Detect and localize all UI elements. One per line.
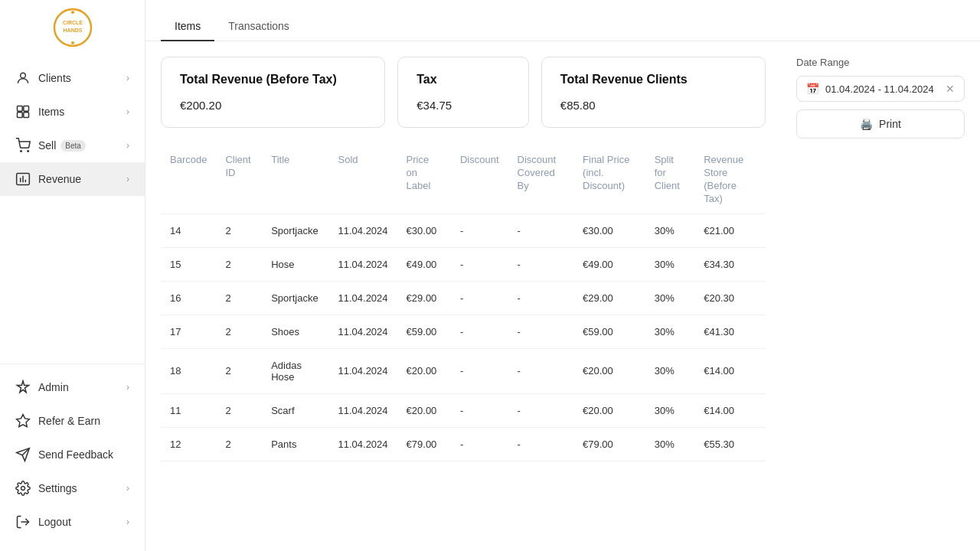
table-row: 182Adidas Hose11.04.2024€20.00--€20.0030… xyxy=(161,348,766,393)
tab-transactions[interactable]: Transactions xyxy=(214,12,303,41)
cell-final_price: €20.00 xyxy=(573,348,645,393)
cell-title: Pants xyxy=(262,427,328,461)
logout-chevron-icon: › xyxy=(126,517,129,527)
svg-rect-8 xyxy=(18,112,23,118)
calendar-icon: 📅 xyxy=(806,83,819,95)
date-range-clear-button[interactable]: ✕ xyxy=(946,83,955,95)
sell-chevron-icon: › xyxy=(126,140,129,151)
cell-title: Adidas Hose xyxy=(262,348,328,393)
cell-sold: 11.04.2024 xyxy=(329,427,397,461)
cell-discount: - xyxy=(451,281,508,315)
sidebar-item-refer-label: Refer & Earn xyxy=(38,415,100,427)
cell-split_for_client: 30% xyxy=(645,427,695,461)
svg-point-4 xyxy=(71,41,74,44)
cell-title: Sportjacke xyxy=(262,214,328,247)
revenue-chevron-icon: › xyxy=(126,174,129,184)
sell-beta-badge: Beta xyxy=(60,140,86,152)
cell-final_price: €49.00 xyxy=(573,247,645,281)
svg-marker-16 xyxy=(17,415,30,427)
cell-price_on_label: €59.00 xyxy=(397,315,451,348)
cell-discount_covered_by: - xyxy=(508,247,574,281)
print-button[interactable]: 🖨️ Print xyxy=(796,109,965,139)
sidebar-item-items-label: Items xyxy=(38,106,64,118)
summary-card-total-clients: Total Revenue Clients €85.80 xyxy=(541,57,766,128)
col-price-on-label: Price on Label xyxy=(397,146,451,214)
clients-chevron-icon: › xyxy=(126,73,129,83)
cell-discount: - xyxy=(451,427,508,461)
print-label: Print xyxy=(879,118,901,130)
table-row: 172Shoes11.04.2024€59.00--€59.0030%€41.3… xyxy=(161,315,766,348)
summary-card-tax: Tax €34.75 xyxy=(397,57,529,128)
cell-final_price: €29.00 xyxy=(573,281,645,315)
tabs-bar: Items Transactions xyxy=(145,0,980,41)
cell-split_for_client: 30% xyxy=(645,247,695,281)
printer-icon: 🖨️ xyxy=(860,118,873,130)
settings-chevron-icon: › xyxy=(126,483,129,494)
sidebar-item-clients[interactable]: Clients › xyxy=(0,61,145,95)
date-range-value: 01.04.2024 - 11.04.2024 xyxy=(825,83,934,95)
cell-sold: 11.04.2024 xyxy=(329,214,397,247)
table-row: 112Scarf11.04.2024€20.00--€20.0030%€14.0… xyxy=(161,393,766,427)
cell-final_price: €30.00 xyxy=(573,214,645,247)
cell-discount_covered_by: - xyxy=(508,427,574,461)
date-range-label: Date Range xyxy=(796,57,965,68)
items-chevron-icon: › xyxy=(126,106,129,117)
sidebar-item-clients-label: Clients xyxy=(38,72,71,84)
svg-rect-6 xyxy=(18,106,23,112)
cell-split_for_client: 30% xyxy=(645,348,695,393)
cell-client_id: 2 xyxy=(216,315,262,348)
tab-items[interactable]: Items xyxy=(161,12,214,41)
cell-final_price: €79.00 xyxy=(573,427,645,461)
sidebar-item-logout[interactable]: Logout › xyxy=(0,505,145,539)
sidebar: CIRCLE HANDS Clients › Items › xyxy=(0,0,145,551)
svg-point-11 xyxy=(28,151,29,152)
items-table-wrapper: Barcode Client ID Title Sold Price on La… xyxy=(161,146,766,461)
total-clients-title: Total Revenue Clients xyxy=(560,73,746,86)
sidebar-item-settings[interactable]: Settings › xyxy=(0,471,145,505)
col-revenue-store: Revenue Store (Before Tax) xyxy=(694,146,766,214)
summary-row: Total Revenue (Before Tax) €200.20 Tax €… xyxy=(161,57,766,128)
cell-barcode: 15 xyxy=(161,247,216,281)
total-clients-value: €85.80 xyxy=(560,99,746,112)
svg-point-10 xyxy=(21,151,22,152)
date-range-input[interactable]: 📅 01.04.2024 - 11.04.2024 ✕ xyxy=(796,76,965,102)
cell-revenue_store: €55.30 xyxy=(694,427,766,461)
svg-text:CIRCLE: CIRCLE xyxy=(62,20,82,25)
cell-discount: - xyxy=(451,393,508,427)
col-final-price: Final Price (incl. Discount) xyxy=(573,146,645,214)
cell-title: Hose xyxy=(262,247,328,281)
sidebar-item-admin-label: Admin xyxy=(38,381,69,393)
cell-client_id: 2 xyxy=(216,247,262,281)
cell-client_id: 2 xyxy=(216,427,262,461)
cell-price_on_label: €29.00 xyxy=(397,281,451,315)
cell-revenue_store: €20.30 xyxy=(694,281,766,315)
main-content: Total Revenue (Before Tax) €200.20 Tax €… xyxy=(145,41,781,551)
sidebar-item-feedback[interactable]: Send Feedback xyxy=(0,438,145,471)
content-area: Total Revenue (Before Tax) €200.20 Tax €… xyxy=(145,41,980,551)
cell-discount_covered_by: - xyxy=(508,348,574,393)
cell-sold: 11.04.2024 xyxy=(329,247,397,281)
sidebar-item-revenue-label: Revenue xyxy=(38,173,81,185)
sidebar-item-sell-label: Sell xyxy=(38,139,56,152)
total-revenue-value: €200.20 xyxy=(180,99,366,112)
sidebar-item-revenue[interactable]: Revenue › xyxy=(0,162,145,196)
cell-split_for_client: 30% xyxy=(645,393,695,427)
sidebar-item-items[interactable]: Items › xyxy=(0,95,145,129)
cell-discount: - xyxy=(451,315,508,348)
sidebar-item-sell[interactable]: Sell Beta › xyxy=(0,129,145,162)
cell-barcode: 11 xyxy=(161,393,216,427)
sidebar-item-admin[interactable]: Admin › xyxy=(0,370,145,404)
nav-section: Clients › Items › Sell Beta › Revenue xyxy=(0,55,145,364)
tax-title: Tax xyxy=(416,73,510,86)
table-row: 152Hose11.04.2024€49.00--€49.0030%€34.30 xyxy=(161,247,766,281)
sidebar-item-refer[interactable]: Refer & Earn xyxy=(0,404,145,438)
cell-title: Scarf xyxy=(262,393,328,427)
cell-client_id: 2 xyxy=(216,214,262,247)
total-revenue-title: Total Revenue (Before Tax) xyxy=(180,73,366,86)
side-panel: Date Range 📅 01.04.2024 - 11.04.2024 ✕ 🖨… xyxy=(781,41,980,551)
sidebar-item-feedback-label: Send Feedback xyxy=(38,448,113,461)
logo-area: CIRCLE HANDS xyxy=(0,0,145,55)
cell-price_on_label: €30.00 xyxy=(397,214,451,247)
col-split-client: Split for Client xyxy=(645,146,695,214)
cell-client_id: 2 xyxy=(216,348,262,393)
